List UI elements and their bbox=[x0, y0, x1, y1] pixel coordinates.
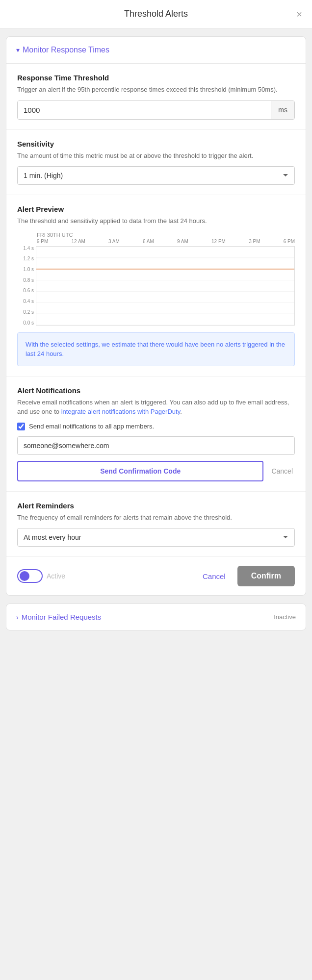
chart-time-labels: 9 PM 12 AM 3 AM 6 AM 9 AM 12 PM 3 PM 6 P… bbox=[37, 239, 295, 244]
page-title: Threshold Alerts bbox=[124, 9, 188, 19]
sensitivity-select[interactable]: 1 min. (High) 5 min. (Medium) 15 min. (L… bbox=[17, 166, 295, 185]
time-label: 3 PM bbox=[249, 239, 260, 244]
section-title: Monitor Response Times bbox=[23, 46, 109, 54]
pagerduty-link[interactable]: integrate alert notifications with Pager… bbox=[61, 408, 181, 415]
monitor-failed-requests-status: Inactive bbox=[274, 613, 296, 621]
notifications-desc-after: . bbox=[180, 408, 182, 415]
y-label: 0.8 s bbox=[17, 278, 34, 283]
time-label: 12 PM bbox=[211, 239, 226, 244]
chart-svg-area bbox=[36, 246, 295, 326]
main-card: ▾ Monitor Response Times Response Time T… bbox=[6, 36, 306, 596]
time-label: 9 AM bbox=[177, 239, 188, 244]
alert-notifications-desc: Receive email notifications when an aler… bbox=[17, 398, 295, 417]
monitor-failed-requests-section[interactable]: › Monitor Failed Requests Inactive bbox=[6, 603, 306, 630]
response-time-input-group: ms bbox=[17, 101, 295, 120]
y-label: 0.0 s bbox=[17, 321, 34, 326]
time-label: 12 AM bbox=[72, 239, 85, 244]
email-all-members-row: Send email notifications to all app memb… bbox=[17, 423, 295, 430]
monitor-failed-requests-title: Monitor Failed Requests bbox=[22, 613, 102, 621]
info-box-text: With the selected settings, we estimate … bbox=[26, 340, 286, 359]
y-label: 0.4 s bbox=[17, 299, 34, 304]
y-label: 1.2 s bbox=[17, 256, 34, 261]
modal-header: Threshold Alerts × bbox=[0, 0, 312, 28]
close-button[interactable]: × bbox=[296, 9, 302, 19]
time-label: 6 PM bbox=[284, 239, 295, 244]
y-label: 0.6 s bbox=[17, 288, 34, 293]
response-time-section: Response Time Threshold Trigger an alert… bbox=[6, 64, 306, 130]
send-code-buttons-row: Send Confirmation Code Cancel bbox=[17, 461, 295, 481]
alert-notifications-section: Alert Notifications Receive email notifi… bbox=[6, 377, 306, 492]
chart-date-label: FRI 30TH UTC bbox=[37, 232, 295, 238]
y-label: 1.0 s bbox=[17, 267, 34, 272]
response-time-unit: ms bbox=[271, 101, 294, 119]
monitor-response-times-header[interactable]: ▾ Monitor Response Times bbox=[6, 37, 306, 64]
info-box: With the selected settings, we estimate … bbox=[17, 332, 295, 366]
chart-y-labels: 0.0 s 0.2 s 0.4 s 0.6 s 0.8 s 1.0 s 1.2 … bbox=[17, 246, 36, 326]
email-all-members-checkbox[interactable] bbox=[17, 423, 25, 430]
alert-reminders-section: Alert Reminders The frequency of email r… bbox=[6, 492, 306, 557]
cancel-inline-button[interactable]: Cancel bbox=[269, 463, 295, 479]
alert-reminders-desc: The frequency of email reminders for ale… bbox=[17, 513, 295, 523]
response-time-input[interactable] bbox=[18, 101, 271, 119]
cancel-main-button[interactable]: Cancel bbox=[197, 568, 232, 584]
alert-preview-section: Alert Preview The threshold and sensitiv… bbox=[6, 195, 306, 377]
time-label: 9 PM bbox=[37, 239, 48, 244]
sensitivity-section: Sensitivity The amount of time this metr… bbox=[6, 130, 306, 196]
chart-wrapper: 0.0 s 0.2 s 0.4 s 0.6 s 0.8 s 1.0 s 1.2 … bbox=[17, 246, 295, 326]
sensitivity-label: Sensitivity bbox=[17, 140, 295, 148]
bottom-actions-row: Active Cancel Confirm bbox=[6, 557, 306, 595]
toggle-knob bbox=[20, 571, 29, 581]
chart-container: FRI 30TH UTC 9 PM 12 AM 3 AM 6 AM 9 AM 1… bbox=[17, 232, 295, 326]
alert-preview-label: Alert Preview bbox=[17, 205, 295, 213]
send-confirmation-code-button[interactable]: Send Confirmation Code bbox=[17, 461, 263, 481]
y-label: 1.4 s bbox=[17, 246, 34, 251]
alert-preview-desc: The threshold and sensitivity applied to… bbox=[17, 216, 295, 226]
sensitivity-desc: The amount of time this metric must be a… bbox=[17, 151, 295, 161]
email-all-members-label: Send email notifications to all app memb… bbox=[29, 423, 154, 430]
email-input[interactable] bbox=[17, 436, 295, 455]
confirm-button[interactable]: Confirm bbox=[237, 566, 295, 586]
chevron-down-icon: ▾ bbox=[16, 46, 20, 54]
response-time-desc: Trigger an alert if the 95th percentile … bbox=[17, 85, 295, 95]
alert-reminders-select[interactable]: At most every hour At most every 6 hours… bbox=[17, 528, 295, 547]
chart-svg bbox=[36, 247, 294, 325]
alert-notifications-label: Alert Notifications bbox=[17, 386, 295, 395]
active-toggle[interactable] bbox=[17, 569, 43, 583]
alert-reminders-label: Alert Reminders bbox=[17, 502, 295, 510]
time-label: 6 AM bbox=[143, 239, 154, 244]
y-label: 0.2 s bbox=[17, 310, 34, 315]
toggle-label: Active bbox=[47, 572, 65, 580]
response-time-label: Response Time Threshold bbox=[17, 74, 295, 82]
toggle-container: Active bbox=[17, 569, 65, 583]
time-label: 3 AM bbox=[108, 239, 120, 244]
chevron-right-icon: › bbox=[16, 613, 19, 621]
